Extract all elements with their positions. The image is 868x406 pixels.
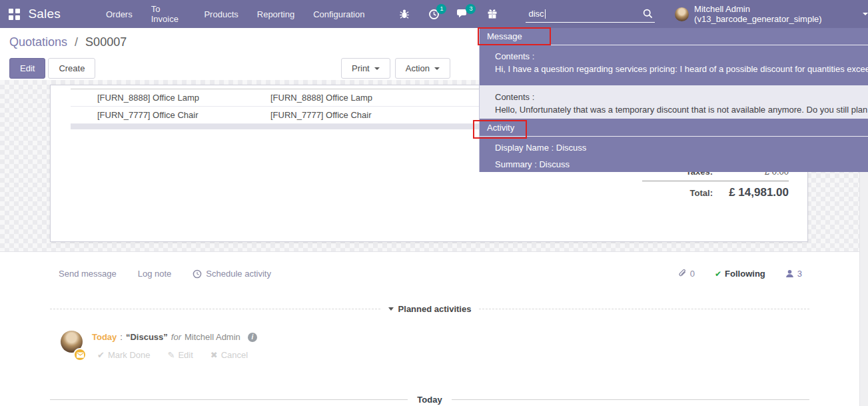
chatter: Send message Log note Schedule activity … bbox=[0, 251, 868, 406]
total-label: Total: bbox=[637, 188, 722, 198]
divider-line bbox=[50, 399, 408, 400]
print-dropdown-button[interactable]: Print bbox=[341, 58, 390, 79]
search-result-activity[interactable]: Display Name : Discuss Summary : Discuss bbox=[480, 137, 868, 172]
product-cell: [FURN_8888] Office Lamp bbox=[71, 93, 244, 103]
planned-activities-label: Planned activities bbox=[398, 304, 472, 314]
breadcrumb-quotations-link[interactable]: Quotations bbox=[9, 35, 67, 49]
caret-down-icon bbox=[388, 307, 394, 311]
person-icon bbox=[785, 269, 794, 278]
menu-configuration[interactable]: Configuration bbox=[313, 9, 364, 19]
user-menu[interactable]: Mitchell Admin (v13_barcode_generator_si… bbox=[675, 4, 868, 24]
attachments-button[interactable]: 0 bbox=[678, 269, 695, 279]
mark-done-label: Mark Done bbox=[108, 350, 151, 360]
attachment-count: 0 bbox=[690, 269, 695, 279]
action-dropdown-button[interactable]: Action bbox=[395, 58, 450, 79]
result-summary: Summary : Discuss bbox=[495, 156, 868, 172]
breadcrumb-separator: / bbox=[75, 35, 78, 49]
check-icon: ✔ bbox=[715, 269, 721, 279]
create-button[interactable]: Create bbox=[48, 58, 95, 79]
cancel-label: Cancel bbox=[221, 350, 248, 360]
colon: : bbox=[120, 332, 123, 342]
following-button[interactable]: ✔ Following bbox=[715, 269, 765, 279]
followers-button[interactable]: 3 bbox=[785, 269, 802, 279]
action-label: Action bbox=[406, 63, 430, 73]
activity-type-badge bbox=[73, 348, 87, 361]
chevron-down-icon bbox=[374, 67, 380, 70]
date-divider: Today bbox=[50, 395, 809, 405]
check-icon: ✔ bbox=[97, 350, 105, 360]
apps-menu-button[interactable] bbox=[0, 0, 28, 28]
messages-chat-icon[interactable]: 3 bbox=[456, 9, 470, 19]
messages-count-badge: 3 bbox=[466, 4, 476, 14]
pencil-icon: ✎ bbox=[167, 350, 175, 360]
activity-summary: “Discuss” bbox=[126, 332, 168, 342]
divider-line bbox=[452, 399, 809, 400]
following-label: Following bbox=[725, 269, 765, 279]
totals-separator bbox=[642, 181, 789, 181]
activities-clock-icon[interactable]: 1 bbox=[426, 9, 441, 20]
dashed-line bbox=[50, 309, 380, 309]
search-input[interactable]: disc bbox=[526, 5, 655, 23]
menu-reporting[interactable]: Reporting bbox=[257, 9, 294, 19]
date-divider-label: Today bbox=[417, 395, 442, 405]
odoo-sales-screen: Sales Orders To Invoice Products Reporti… bbox=[0, 0, 868, 406]
total-row: Total: £ 14,981.00 bbox=[637, 183, 789, 202]
app-title[interactable]: Sales bbox=[28, 7, 61, 21]
result-text: Hello, Unfortunately that was a temporar… bbox=[495, 103, 868, 116]
edit-label: Edit bbox=[178, 350, 193, 360]
dropdown-section-message: Message bbox=[480, 28, 868, 45]
product-cell: [FURN_7777] Office Chair bbox=[71, 110, 244, 120]
x-icon: ✖ bbox=[211, 350, 218, 360]
search-results-dropdown: Message Contents : Hi, I have a question… bbox=[479, 28, 868, 172]
total-value: £ 14,981.00 bbox=[722, 186, 789, 199]
user-name: Mitchell Admin (v13_barcode_generator_si… bbox=[694, 4, 855, 24]
top-navbar: Sales Orders To Invoice Products Reporti… bbox=[0, 0, 868, 28]
clock-icon bbox=[193, 269, 202, 279]
text-cursor bbox=[545, 9, 546, 19]
result-label: Contents : bbox=[495, 50, 868, 63]
planned-activities-divider: Planned activities bbox=[50, 304, 809, 314]
search-result-message-2[interactable]: Contents : Hello, Unfortunately that was… bbox=[480, 85, 868, 119]
activity-avatar bbox=[61, 331, 83, 353]
print-label: Print bbox=[352, 63, 370, 73]
envelope-icon bbox=[77, 352, 84, 358]
dropdown-section-activity: Activity bbox=[480, 119, 868, 137]
follower-count: 3 bbox=[797, 269, 802, 279]
planned-activity-item: Today: “Discuss” for Mitchell Admin i ✔M… bbox=[61, 331, 257, 360]
chevron-down-icon bbox=[863, 13, 868, 15]
menu-to-invoice[interactable]: To Invoice bbox=[151, 4, 186, 24]
result-label: Contents : bbox=[495, 91, 868, 103]
gift-icon[interactable] bbox=[485, 9, 500, 19]
paperclip-icon bbox=[678, 269, 687, 279]
mark-done-button[interactable]: ✔Mark Done bbox=[97, 350, 150, 360]
info-icon[interactable]: i bbox=[248, 333, 257, 342]
schedule-activity-button[interactable]: Schedule activity bbox=[193, 269, 271, 279]
menu-orders[interactable]: Orders bbox=[106, 9, 133, 19]
result-display-name: Display Name : Discuss bbox=[495, 139, 868, 156]
activity-due-date: Today bbox=[92, 332, 117, 342]
activities-count-badge: 1 bbox=[436, 4, 446, 14]
menu-products[interactable]: Products bbox=[204, 9, 238, 19]
debug-bug-icon[interactable] bbox=[397, 9, 412, 19]
schedule-activity-label: Schedule activity bbox=[206, 269, 271, 279]
send-message-button[interactable]: Send message bbox=[59, 269, 117, 279]
search-result-message-1[interactable]: Contents : Hi, I have a question regardi… bbox=[480, 45, 868, 85]
search-icon bbox=[643, 9, 653, 19]
apps-grid-icon bbox=[9, 9, 20, 20]
result-text: Hi, I have a question regarding services… bbox=[495, 63, 868, 75]
user-avatar bbox=[675, 7, 689, 21]
search-query-text: disc bbox=[528, 9, 544, 19]
activity-cancel-button[interactable]: ✖Cancel bbox=[211, 350, 248, 360]
chevron-down-icon bbox=[434, 67, 440, 70]
dashed-line bbox=[479, 309, 809, 309]
log-note-button[interactable]: Log note bbox=[138, 269, 172, 279]
activity-for-word: for bbox=[171, 332, 181, 342]
navbar-systray: 1 3 bbox=[390, 9, 507, 20]
planned-activities-toggle[interactable]: Planned activities bbox=[388, 304, 472, 314]
activity-edit-button[interactable]: ✎Edit bbox=[167, 350, 193, 360]
edit-button[interactable]: Edit bbox=[9, 58, 45, 79]
activity-assignee: Mitchell Admin bbox=[185, 332, 240, 342]
breadcrumb: Quotations / S00007 bbox=[9, 35, 127, 49]
breadcrumb-current: S00007 bbox=[85, 35, 127, 49]
